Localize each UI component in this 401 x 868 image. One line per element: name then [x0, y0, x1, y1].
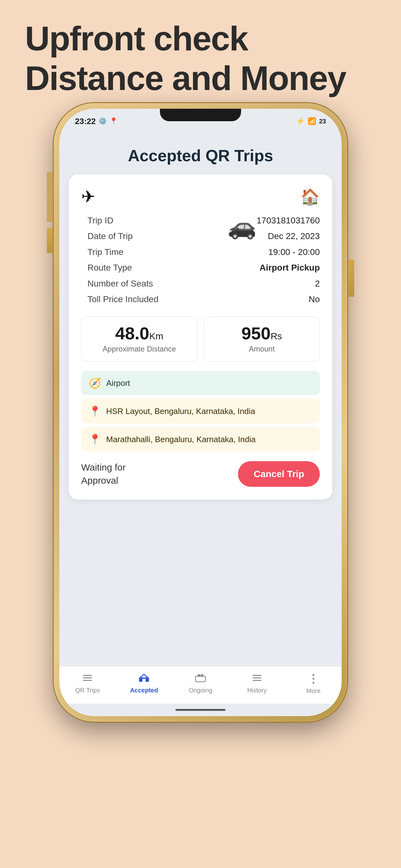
amount-value: 950 [241, 323, 270, 343]
nav-qr-trips[interactable]: QR Trips [59, 673, 116, 694]
status-bar: 23:22 ⚙️ 📍 ⚡ 📶 23 [59, 109, 342, 134]
toll-value: No [257, 291, 320, 307]
nav-history[interactable]: History [229, 673, 285, 694]
svg-rect-6 [198, 674, 200, 677]
battery-label: 23 [319, 118, 326, 125]
car-image: 🚗 [227, 213, 257, 240]
svg-rect-4 [142, 679, 145, 682]
notch [160, 109, 241, 121]
trip-id-value: 1703181031760 [257, 213, 320, 228]
nav-accepted-label: Accepted [130, 687, 158, 694]
svg-rect-0 [83, 675, 92, 676]
distance-unit: Km [149, 331, 163, 341]
from-icon: ✈ [81, 187, 95, 207]
route-label: Route Type [88, 260, 227, 276]
bluetooth-icon: ⚡ [296, 117, 304, 125]
svg-rect-8 [253, 675, 261, 676]
amount-unit: Rs [270, 331, 282, 341]
hero-line2: Distance and Money [25, 58, 346, 98]
to-icon: 🏠 [300, 188, 320, 206]
svg-rect-10 [253, 680, 261, 681]
screen-content: Accepted QR Trips ✈ 🏠 Trip ID Date of Tr… [59, 134, 342, 666]
phone-frame: 23:22 ⚙️ 📍 ⚡ 📶 23 Accepted QR Trips [54, 103, 347, 722]
nav-more[interactable]: ⋮ More [285, 673, 342, 694]
distance-label: Approximate Distance [88, 345, 191, 353]
pickup-location2-row: 📍 Marathahalli, Bengaluru, Karnataka, In… [81, 427, 320, 452]
history-icon [252, 673, 262, 685]
hero-text: Upfront check Distance and Money [25, 19, 346, 98]
cancel-trip-button[interactable]: Cancel Trip [238, 461, 320, 487]
wifi-icon: 📶 [308, 117, 316, 125]
route-icons-row: ✈ 🏠 [81, 187, 320, 207]
qr-trips-icon [82, 673, 93, 685]
home-bar [175, 709, 226, 711]
date-label: Date of Trip [88, 228, 227, 244]
ongoing-icon [195, 673, 206, 685]
distance-value: 48.0 [115, 323, 149, 343]
pickup-location1-row: 📍 HSR Layout, Bengaluru, Karnataka, Indi… [81, 399, 320, 423]
phone-wrapper: 23:22 ⚙️ 📍 ⚡ 📶 23 Accepted QR Trips [54, 103, 347, 728]
nav-ongoing[interactable]: Ongoing [172, 673, 229, 694]
seats-label: Number of Seats [88, 276, 227, 291]
distance-box: 48.0Km Approximate Distance [81, 316, 197, 362]
action-row: Waiting forApproval Cancel Trip [81, 461, 320, 487]
pin-icon-2: 📍 [89, 433, 101, 445]
svg-rect-9 [253, 677, 261, 678]
nav-ongoing-label: Ongoing [189, 687, 212, 694]
stats-row: 48.0Km Approximate Distance 950Rs Amount [81, 316, 320, 362]
waiting-status-text: Waiting forApproval [81, 461, 126, 487]
toll-label: Toll Price Included [88, 291, 227, 307]
amount-box: 950Rs Amount [204, 316, 320, 362]
nav-history-label: History [247, 687, 267, 694]
nav-more-label: More [306, 687, 321, 694]
time-value: 19:00 - 20:00 [257, 244, 320, 260]
spacer [59, 509, 342, 666]
pin-icon-1: 📍 [89, 405, 101, 417]
time-label: Trip Time [88, 244, 227, 260]
svg-rect-7 [201, 674, 203, 677]
pickup-location2-text: Marathahalli, Bengaluru, Karnataka, Indi… [106, 435, 256, 444]
status-icons: ⚡ 📶 23 [296, 117, 326, 125]
amount-label: Amount [210, 345, 313, 353]
location-icon: 📍 [109, 117, 118, 125]
trip-info-row: Trip ID Date of Trip Trip Time Route Typ… [81, 213, 320, 307]
more-icon: ⋮ [308, 673, 320, 685]
nav-accepted[interactable]: Accepted [116, 673, 172, 694]
time-display: 23:22 [75, 117, 96, 126]
accepted-icon [138, 673, 149, 685]
svg-rect-1 [83, 677, 92, 678]
bottom-nav: QR Trips Accepted [59, 666, 342, 704]
airport-location-text: Airport [106, 378, 130, 388]
trip-values: 1703181031760 Dec 22, 2023 19:00 - 20:00… [257, 213, 320, 307]
seats-value: 2 [257, 276, 320, 291]
trip-id-label: Trip ID [88, 213, 227, 228]
svg-rect-5 [196, 676, 205, 682]
pickup-location1-text: HSR Layout, Bengaluru, Karnataka, India [106, 406, 255, 416]
status-time: 23:22 ⚙️ 📍 [75, 117, 118, 126]
compass-icon: 🧭 [89, 377, 101, 389]
hero-line1: Upfront check [25, 19, 346, 58]
page-title: Accepted QR Trips [59, 134, 342, 174]
svg-rect-2 [83, 680, 92, 681]
settings-icon: ⚙️ [98, 117, 107, 125]
phone-screen: 23:22 ⚙️ 📍 ⚡ 📶 23 Accepted QR Trips [59, 109, 342, 716]
trip-labels: Trip ID Date of Trip Trip Time Route Typ… [81, 213, 227, 307]
route-value: Airport Pickup [257, 260, 320, 276]
nav-qr-trips-label: QR Trips [75, 687, 100, 694]
home-indicator [59, 704, 342, 716]
airport-location-row: 🧭 Airport [81, 371, 320, 395]
date-value: Dec 22, 2023 [257, 228, 320, 244]
trip-card: ✈ 🏠 Trip ID Date of Trip Trip Time Route… [69, 174, 332, 500]
